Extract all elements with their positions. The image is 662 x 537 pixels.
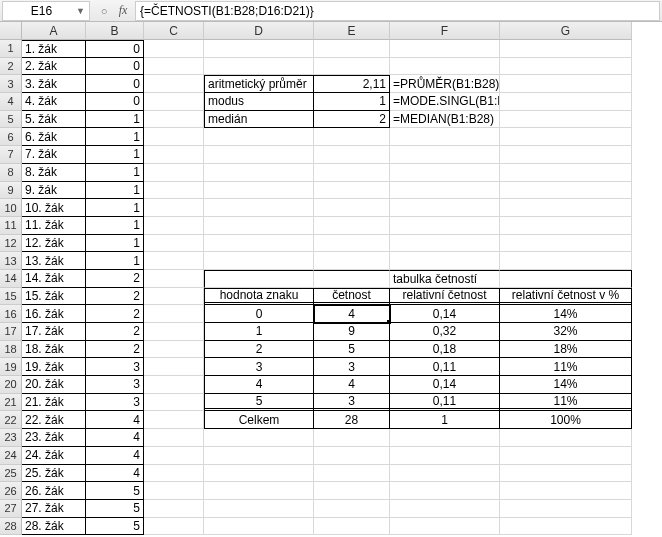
cell[interactable] <box>314 270 390 288</box>
cell[interactable]: 26. žák <box>22 482 86 500</box>
row-header[interactable]: 25 <box>0 465 22 483</box>
cell[interactable] <box>204 270 314 288</box>
cell[interactable]: 1 <box>390 411 500 429</box>
cell[interactable] <box>144 199 204 217</box>
cell[interactable] <box>144 518 204 536</box>
cell[interactable] <box>144 164 204 182</box>
cell[interactable] <box>144 394 204 412</box>
cell[interactable] <box>314 164 390 182</box>
cell[interactable]: relativní četnost <box>390 288 500 306</box>
cell[interactable] <box>500 252 632 270</box>
cell[interactable]: 27. žák <box>22 500 86 518</box>
cell[interactable] <box>390 429 500 447</box>
name-box[interactable]: E16 ▼ <box>2 1 90 21</box>
cell[interactable] <box>144 376 204 394</box>
cell[interactable]: 2,11 <box>314 75 390 93</box>
cell[interactable]: 11. žák <box>22 217 86 235</box>
cell[interactable] <box>144 341 204 359</box>
cell[interactable]: 13. žák <box>22 252 86 270</box>
cell[interactable] <box>500 447 632 465</box>
cell[interactable] <box>144 500 204 518</box>
column-header[interactable]: C <box>144 22 204 40</box>
cell[interactable] <box>314 128 390 146</box>
row-header[interactable]: 21 <box>0 394 22 412</box>
cell[interactable] <box>500 235 632 253</box>
cell[interactable] <box>204 465 314 483</box>
cell[interactable]: 2 <box>86 305 144 323</box>
cell[interactable] <box>144 182 204 200</box>
cell[interactable]: 0 <box>204 305 314 323</box>
row-header[interactable]: 7 <box>0 146 22 164</box>
cell[interactable]: =PRŮMĚR(B1:B28) <box>390 75 500 93</box>
cell[interactable] <box>144 217 204 235</box>
cells-area[interactable]: 1. žák02. žák03. žák0aritmetický průměr2… <box>22 40 632 535</box>
cell[interactable] <box>204 447 314 465</box>
cell[interactable] <box>204 217 314 235</box>
cell[interactable]: 1 <box>86 128 144 146</box>
fx-icon[interactable]: fx <box>115 3 131 19</box>
cell[interactable] <box>204 199 314 217</box>
cell[interactable]: relativní četnost v % <box>500 288 632 306</box>
row-header[interactable]: 28 <box>0 518 22 536</box>
cell[interactable]: 1 <box>86 252 144 270</box>
row-header[interactable]: 13 <box>0 252 22 270</box>
cell[interactable]: 14. žák <box>22 270 86 288</box>
row-header[interactable]: 8 <box>0 164 22 182</box>
column-header[interactable]: D <box>204 22 314 40</box>
row-header[interactable]: 1 <box>0 40 22 58</box>
select-all-corner[interactable] <box>0 22 22 40</box>
cell[interactable]: 0,18 <box>390 341 500 359</box>
cell[interactable]: 19. žák <box>22 358 86 376</box>
cell[interactable]: 0,14 <box>390 305 500 323</box>
row-header[interactable]: 4 <box>0 93 22 111</box>
cell[interactable] <box>204 128 314 146</box>
cell[interactable] <box>204 518 314 536</box>
cell[interactable]: 4 <box>86 465 144 483</box>
cell[interactable] <box>500 40 632 58</box>
cell[interactable] <box>204 235 314 253</box>
cell[interactable]: 18% <box>500 341 632 359</box>
cell[interactable] <box>390 146 500 164</box>
row-header[interactable]: 5 <box>0 111 22 129</box>
cell[interactable] <box>500 75 632 93</box>
cell[interactable] <box>314 182 390 200</box>
row-header[interactable]: 16 <box>0 305 22 323</box>
cell[interactable]: =MEDIAN(B1:B28) <box>390 111 500 129</box>
cell[interactable] <box>500 199 632 217</box>
cell[interactable]: 22. žák <box>22 411 86 429</box>
cell[interactable] <box>390 447 500 465</box>
cell[interactable] <box>144 93 204 111</box>
cell[interactable] <box>500 182 632 200</box>
cell[interactable] <box>500 518 632 536</box>
cell[interactable] <box>144 252 204 270</box>
cell[interactable]: 1 <box>86 146 144 164</box>
cell[interactable]: 6. žák <box>22 128 86 146</box>
cell[interactable]: 14% <box>500 305 632 323</box>
column-header[interactable]: B <box>86 22 144 40</box>
cell[interactable] <box>390 217 500 235</box>
cell[interactable]: 3. žák <box>22 75 86 93</box>
cell[interactable]: 18. žák <box>22 341 86 359</box>
row-header[interactable]: 9 <box>0 182 22 200</box>
cell[interactable]: 8. žák <box>22 164 86 182</box>
cell[interactable]: Celkem <box>204 411 314 429</box>
row-header[interactable]: 20 <box>0 376 22 394</box>
row-header[interactable]: 19 <box>0 358 22 376</box>
cell[interactable]: četnost <box>314 288 390 306</box>
cell[interactable] <box>144 305 204 323</box>
cell[interactable]: 1 <box>86 182 144 200</box>
cell[interactable] <box>144 146 204 164</box>
cell[interactable] <box>500 111 632 129</box>
cell[interactable]: 5 <box>314 341 390 359</box>
cell[interactable] <box>390 252 500 270</box>
row-header[interactable]: 14 <box>0 270 22 288</box>
cell[interactable] <box>390 500 500 518</box>
cell[interactable]: 9. žák <box>22 182 86 200</box>
cell[interactable]: 11% <box>500 358 632 376</box>
cell[interactable] <box>314 252 390 270</box>
cell[interactable] <box>500 58 632 76</box>
row-header[interactable]: 11 <box>0 217 22 235</box>
cell[interactable]: 2 <box>86 323 144 341</box>
row-header[interactable]: 27 <box>0 500 22 518</box>
column-header[interactable]: G <box>500 22 632 40</box>
